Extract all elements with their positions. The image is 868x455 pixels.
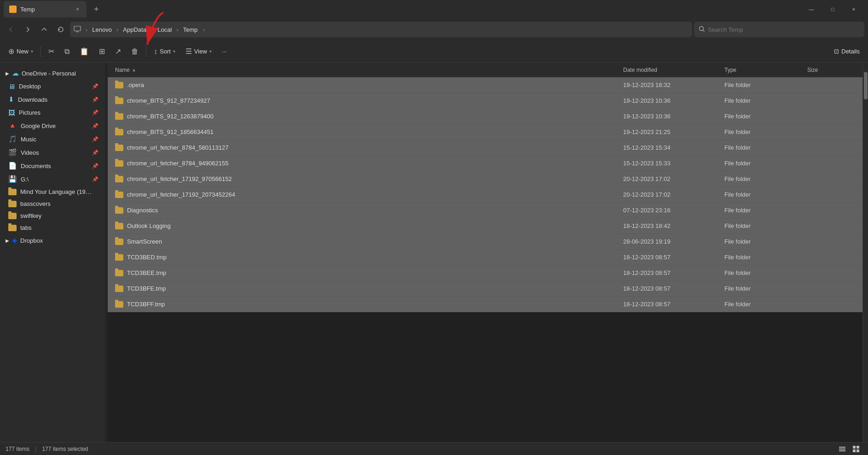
sidebar-item-mind-your-language[interactable]: Mind Your Language (19…	[2, 186, 103, 198]
sidebar-item-swiftkey[interactable]: swiftkey	[2, 210, 103, 222]
sidebar-item-pictures[interactable]: 🖼 Pictures 📌	[2, 106, 103, 119]
table-row[interactable]: .opera 19-12-2023 18:32 File folder	[108, 77, 862, 93]
table-row[interactable]: chrome_url_fetcher_17192_970566152 20-12…	[108, 171, 862, 187]
table-row[interactable]: Outlook Logging 18-12-2023 18:42 File fo…	[108, 218, 862, 234]
sidebar-item-google-drive[interactable]: 🔺 Google Drive 📌	[2, 119, 103, 132]
col-sort-up: ▲	[132, 67, 136, 72]
table-row[interactable]: chrome_url_fetcher_8784_949062155 15-12-…	[108, 156, 862, 171]
sort-chevron: ▾	[173, 49, 175, 54]
sidebar-item-documents[interactable]: 📄 Documents 📌	[2, 159, 103, 172]
breadcrumb-appdata[interactable]: AppData	[121, 25, 148, 34]
ai-button[interactable]: ⊞	[94, 44, 110, 58]
sidebar-item-desktop[interactable]: 🖥 Desktop 📌	[2, 80, 103, 93]
breadcrumb-temp[interactable]: Temp	[181, 25, 200, 34]
table-row[interactable]: chrome_url_fetcher_17192_2073452264 20-1…	[108, 187, 862, 203]
file-date: 18-12-2023 08:57	[619, 254, 721, 261]
file-name-cell: chrome_BITS_912_1856634451	[111, 128, 619, 135]
copy-button[interactable]: ⧉	[60, 45, 74, 58]
file-name: chrome_BITS_912_1856634451	[127, 128, 214, 135]
sidebar-item-g-drive[interactable]: 💾 G:\ 📌	[2, 173, 103, 186]
active-tab[interactable]: Temp ×	[4, 1, 87, 18]
search-box[interactable]	[694, 22, 864, 37]
minimize-button[interactable]: —	[801, 2, 822, 17]
breadcrumb-chevron: ›	[203, 26, 205, 33]
file-name-cell: TCD3BEE.tmp	[111, 269, 619, 276]
search-icon	[699, 26, 705, 34]
new-tab-button[interactable]: +	[90, 5, 103, 14]
more-button[interactable]: ···	[217, 45, 231, 58]
table-row[interactable]: Diagnostics 07-12-2023 23:16 File folder	[108, 203, 862, 218]
sidebar-onedrive[interactable]: ▶ ☁ OneDrive - Personal	[2, 67, 103, 79]
col-header-type[interactable]: Type	[721, 67, 804, 73]
breadcrumb-local[interactable]: Local	[156, 25, 174, 34]
new-button[interactable]: ⊕ New ▾	[4, 44, 38, 58]
refresh-button[interactable]	[53, 22, 68, 37]
breadcrumb-lenovo[interactable]: Lenovo	[90, 25, 114, 34]
file-type: File folder	[721, 191, 804, 198]
col-header-date[interactable]: Date modified	[619, 67, 721, 73]
sidebar-item-tabs[interactable]: tabs	[2, 222, 103, 233]
sidebar-dropbox[interactable]: ▶ ◈ Dropbox	[2, 234, 103, 246]
file-name-cell: TCD3BFE.tmp	[111, 285, 619, 292]
share-button[interactable]: ↗	[110, 44, 126, 58]
address-box[interactable]: › Lenovo › AppData › Local › Temp ›	[70, 22, 692, 37]
folder-icon	[115, 207, 123, 214]
sidebar-item-basscovers[interactable]: basscovers	[2, 198, 103, 210]
cut-button[interactable]: ✂	[44, 44, 59, 58]
pin-icon-g: 📌	[92, 176, 98, 182]
table-row[interactable]: TCD3BEE.tmp 18-12-2023 08:57 File folder	[108, 265, 862, 281]
sidebar-item-music[interactable]: 🎵 Music 📌	[2, 133, 103, 146]
delete-button[interactable]: 🗑	[127, 45, 143, 58]
file-name-cell: chrome_BITS_912_877234927	[111, 97, 619, 104]
col-header-size[interactable]: Size	[804, 67, 859, 73]
file-type: File folder	[721, 207, 804, 214]
file-type: File folder	[721, 269, 804, 276]
table-row[interactable]: chrome_BITS_912_1263879400 19-12-2023 10…	[108, 109, 862, 124]
table-row[interactable]: TCD3BFE.tmp 18-12-2023 08:57 File folder	[108, 281, 862, 297]
close-window-button[interactable]: ×	[843, 2, 864, 17]
list-view-button[interactable]	[836, 444, 849, 454]
folder-icon	[115, 192, 123, 198]
back-button[interactable]	[4, 22, 18, 37]
file-name-cell: TCD3BED.tmp	[111, 254, 619, 261]
details-button[interactable]: ⊡ Details	[829, 45, 864, 58]
paste-button[interactable]: 📋	[75, 44, 93, 58]
folder-icon	[115, 286, 123, 292]
music-icon: 🎵	[8, 135, 17, 143]
table-row[interactable]: chrome_BITS_912_1856634451 19-12-2023 21…	[108, 124, 862, 140]
file-type: File folder	[721, 160, 804, 167]
file-name-cell: Outlook Logging	[111, 222, 619, 229]
google-drive-icon: 🔺	[8, 122, 17, 130]
tab-close-button[interactable]: ×	[74, 5, 81, 13]
table-row[interactable]: chrome_BITS_912_877234927 19-12-2023 10:…	[108, 93, 862, 109]
file-name-cell: chrome_url_fetcher_8784_580113127	[111, 144, 619, 151]
table-row[interactable]: TCD3BED.tmp 18-12-2023 08:57 File folder	[108, 250, 862, 265]
maximize-button[interactable]: □	[822, 2, 843, 17]
up-button[interactable]	[37, 22, 52, 37]
file-name-cell: SmartScreen	[111, 238, 619, 245]
svg-rect-9	[856, 449, 859, 452]
desktop-icon: 🖥	[8, 82, 15, 90]
folder-icon-basscovers	[8, 201, 17, 207]
table-row[interactable]: SmartScreen 28-06-2023 19:19 File folder	[108, 234, 862, 250]
file-name: TCD3BFF.tmp	[127, 301, 165, 308]
sidebar-swiftkey-label: swiftkey	[20, 212, 41, 219]
folder-icon	[115, 223, 123, 229]
sort-button[interactable]: ↕ Sort ▾	[149, 45, 180, 58]
delete-icon: 🗑	[131, 47, 139, 56]
pin-icon-videos: 📌	[92, 150, 98, 156]
sidebar-item-downloads[interactable]: ⬇ Downloads 📌	[2, 93, 103, 106]
table-row[interactable]: chrome_url_fetcher_8784_580113127 15-12-…	[108, 140, 862, 156]
column-headers: Name ▲ Date modified Type Size	[108, 63, 862, 77]
folder-icon	[115, 270, 123, 276]
table-row[interactable]: TCD3BFF.tmp 18-12-2023 08:57 File folder	[108, 297, 862, 312]
grid-view-button[interactable]	[850, 444, 862, 454]
onedrive-label: OneDrive - Personal	[22, 70, 76, 77]
col-header-name[interactable]: Name ▲	[111, 67, 619, 73]
sidebar-item-videos[interactable]: 🎬 Videos 📌	[2, 146, 103, 159]
forward-button[interactable]	[20, 22, 35, 37]
search-input[interactable]	[708, 26, 860, 33]
right-scrollbar[interactable]	[862, 63, 868, 442]
scrollbar-thumb[interactable]	[864, 72, 868, 99]
view-button[interactable]: ☰ View ▾	[181, 44, 216, 58]
